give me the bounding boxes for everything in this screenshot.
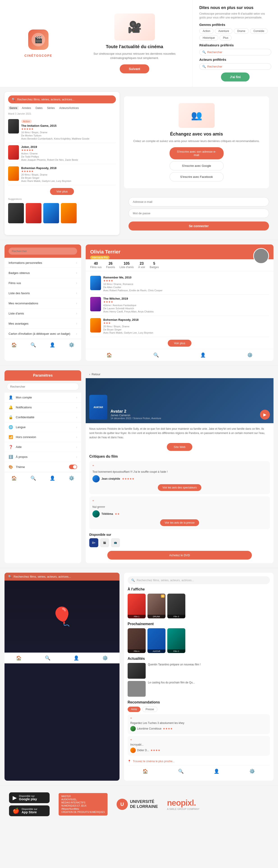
suggestion-2[interactable] (43, 203, 59, 223)
nav-settings-left[interactable]: ⚙️ (69, 342, 75, 347)
nav-user-profile[interactable]: 👤 (200, 352, 206, 358)
site-web-button[interactable]: Site Web (167, 443, 192, 451)
register-google-button[interactable]: S'inscrire avec Google (170, 161, 224, 170)
nav-search-profile[interactable]: 🔍 (153, 352, 159, 358)
genre-plus[interactable]: Plus (220, 35, 231, 40)
profile-movie-title-0[interactable]: Remember Me, 2010 (103, 276, 269, 279)
feed-search-bar[interactable]: 🔍 Recherchez films, séries, acteurs, act… (4, 573, 119, 581)
nav-home-settings[interactable]: 🏠 (11, 475, 17, 481)
settings-confidentialite[interactable]: 🔒 Confidentialité › (4, 412, 81, 422)
settings-mon-compte[interactable]: 👤 Mon compte › (4, 393, 81, 402)
email-input[interactable] (129, 197, 269, 207)
nav-gear-feed-right[interactable]: ⚙️ (249, 769, 255, 774)
nav-gear-profile[interactable]: ⚙️ (247, 352, 253, 358)
genre-action[interactable]: Action (199, 28, 214, 34)
nav-gear-settings[interactable]: ⚙️ (69, 475, 75, 481)
genre-historique[interactable]: Historique (199, 35, 218, 40)
actualite-text-0[interactable]: Quentin Tarantino prépare un nouveau fil… (148, 663, 201, 666)
nav-search-feed-right[interactable]: 🔍 (178, 769, 184, 774)
settings-label-apropos: À propos (16, 455, 74, 459)
menu-favoris-label: Liste des favoris (8, 291, 30, 295)
nav-home-feed-right[interactable]: 🏠 (142, 769, 148, 774)
movie-title-0[interactable]: The Imitation Game, 2015 (21, 124, 116, 127)
author-stars-0: ★★★★★ (122, 477, 134, 480)
register-facebook-button[interactable]: S'inscrire avec Facebook (170, 172, 224, 181)
suggestion-0[interactable] (8, 203, 24, 223)
menu-films-vus[interactable]: Films vus › (4, 278, 81, 288)
profile-search-input[interactable] (8, 248, 77, 255)
affiche-poster-0[interactable]: Film 1 (128, 594, 146, 618)
voir-avis-presse-button[interactable]: Voir les avis de la presse (160, 519, 199, 526)
movie-title-1[interactable]: Joker, 2019 (21, 145, 116, 149)
nav-search-left[interactable]: 🔍 (30, 342, 36, 347)
settings-aide[interactable]: ❓ Aide › (4, 442, 81, 452)
menu-amis[interactable]: Liste d'amis › (4, 308, 81, 318)
google-play-button[interactable]: ▶ Disponible sur Google play (9, 793, 50, 803)
nav-user-feed[interactable]: 👤 (74, 655, 79, 661)
critique-quote-1: " (92, 499, 267, 504)
theme-toggle[interactable] (69, 465, 77, 469)
nav-home-left[interactable]: 🏠 (11, 342, 17, 347)
menu-avantages[interactable]: Mes avantages › (4, 318, 81, 329)
suivant-button[interactable]: Suivant (120, 64, 149, 73)
password-input[interactable] (129, 209, 269, 218)
settings-a-propos[interactable]: ℹ️ À propos › (4, 452, 81, 462)
affiche-poster-2[interactable]: Film 3 (167, 594, 185, 618)
menu-informations[interactable]: Informations personnelles › (4, 258, 81, 268)
filter-annees[interactable]: Années (21, 106, 32, 110)
settings-notifications[interactable]: 🔔 Notifications › (4, 402, 81, 412)
play-button[interactable]: ▶ (260, 410, 270, 420)
menu-carton[interactable]: Carton d'invitation (à débloquer avec un… (4, 329, 81, 339)
reco-tab-amis[interactable]: Amis (128, 707, 140, 712)
filter-genre[interactable]: Genre (8, 106, 19, 110)
settings-hors-connexion[interactable]: 📶 Hors connexion › (4, 432, 81, 442)
profile-movie-title-2[interactable]: Bohemian Rapsody, 2018 (103, 318, 269, 321)
feed-right-search[interactable]: 🔍 Recherchez films, séries, acteurs, act… (128, 576, 270, 584)
nav-profile-left[interactable]: 👤 (50, 342, 55, 347)
trouver-cinema[interactable]: 📍 Trouvez le cinéma le plus proche... (128, 757, 270, 765)
confirm-button[interactable]: J'ai fini (221, 72, 250, 82)
menu-reco[interactable]: Mes recommandations › (4, 298, 81, 308)
settings-search-input[interactable] (7, 383, 79, 390)
settings-langue[interactable]: 🌐 Langue › (4, 422, 81, 432)
section-search-friends: 🔍 Recherchez films, séries, acteurs, act… (0, 87, 278, 240)
nav-home-profile[interactable]: 🏠 (106, 352, 112, 358)
acheter-dvd-button[interactable]: Achetez le DVD (107, 551, 252, 560)
prochain-poster-1[interactable]: AVATAR (147, 628, 166, 653)
menu-favoris[interactable]: Liste des favoris › (4, 288, 81, 298)
genre-aventure[interactable]: Aventure (215, 28, 232, 34)
movie-title-2[interactable]: Bohemian Rapsody, 2018 (21, 166, 116, 170)
acteurs-search[interactable]: 🔍 Rechercher (199, 63, 271, 70)
suggestion-1[interactable] (26, 203, 41, 223)
nav-user-settings[interactable]: 👤 (50, 475, 55, 481)
actualite-text-1[interactable]: Le casting fou du prochain film de Qu... (148, 681, 195, 684)
prochain-poster-2[interactable]: Film C (167, 628, 185, 653)
nav-user-feed-right[interactable]: 👤 (214, 769, 219, 774)
nav-home-feed[interactable]: 🏠 (16, 655, 22, 661)
genre-comedie[interactable]: Comédie (250, 28, 268, 34)
nav-search-settings[interactable]: 🔍 (30, 475, 36, 481)
register-email-button[interactable]: S'inscrire avec son adresse e-mail (170, 147, 224, 159)
realisateurs-search[interactable]: 🔍 Rechercher (199, 49, 271, 55)
settings-theme[interactable]: 🎨 Thème (4, 462, 81, 472)
filter-dates[interactable]: Dates (34, 106, 44, 110)
app-store-button[interactable]: 🍎 Disponible sur App Store (9, 805, 50, 816)
filter-acteurs[interactable]: Acteurs/Actrices (58, 106, 80, 110)
prochain-poster-0[interactable]: Film A (128, 628, 146, 653)
genre-drame[interactable]: Drame (234, 28, 249, 34)
back-button[interactable]: ‹ Retour (86, 370, 274, 378)
reco-tab-presse[interactable]: Presse (142, 707, 157, 712)
nav-gear-feed[interactable]: ⚙️ (102, 655, 108, 661)
voir-plus-search[interactable]: Voir plus (50, 188, 74, 195)
filter-series[interactable]: Séries (46, 106, 56, 110)
login-button[interactable]: Se connecter (129, 221, 269, 230)
affiche-poster-1[interactable]: ★ DRUNK (147, 594, 166, 618)
suggestion-3[interactable] (61, 203, 77, 223)
voir-plus-profile[interactable]: Voir plus (168, 340, 192, 347)
profile-movie-title-1[interactable]: The Witcher, 2019 (103, 297, 269, 300)
voir-avis-spectateurs-button[interactable]: Voir les avis des spectateurs (158, 484, 201, 491)
profile-movie-meta-0b: De Allen Coulter (103, 286, 269, 288)
menu-badges[interactable]: Badges obtenus › (4, 268, 81, 278)
nav-search-feed[interactable]: 🔍 (45, 655, 51, 661)
search-bar-top[interactable]: 🔍 Recherchez films, séries, acteurs, act… (8, 95, 116, 103)
